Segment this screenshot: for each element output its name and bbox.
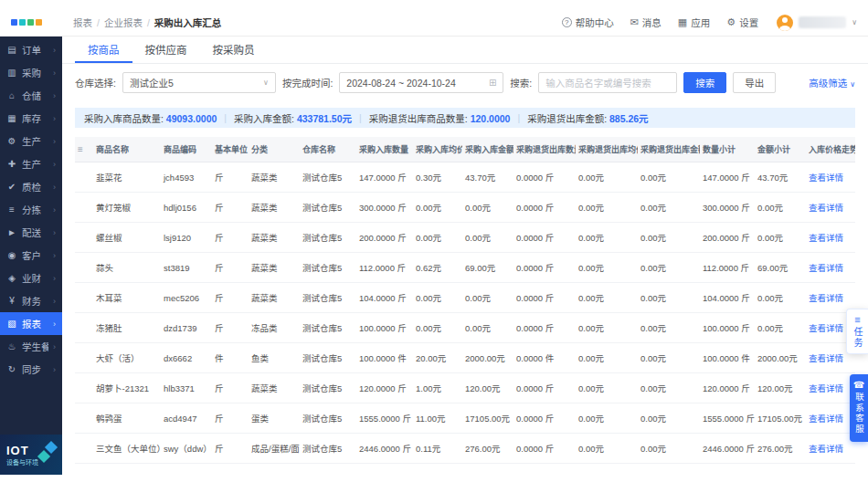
table-cell: 100.0000 件 [700, 343, 755, 373]
logo-mark-orange [36, 19, 42, 26]
table-cell: 69.00元 [755, 253, 806, 283]
table-cell: 0.00元 [755, 313, 806, 343]
summary-divider: | [359, 112, 362, 123]
sidebar-item-delivery[interactable]: ►配送› [0, 221, 62, 244]
table-cell: 螺丝椒 [93, 223, 161, 253]
app-window: 报表/企业报表/采购出入库汇总 ?帮助中心✉消息▦应用⚙设置 ∨ ▤订单›▥采购… [0, 9, 868, 475]
view-detail-link[interactable]: 查看详情 [809, 293, 843, 303]
sidebar-item-reports[interactable]: ▧报表› [0, 312, 62, 335]
view-detail-link[interactable]: 查看详情 [809, 414, 843, 424]
summary-value: 120.0000 [471, 113, 511, 124]
sidebar-item-quality[interactable]: ✔质检› [0, 175, 62, 198]
column-header: 数量小计 [700, 137, 755, 162]
view-detail-link[interactable]: 查看详情 [809, 353, 843, 363]
row-lead-cell [75, 253, 93, 283]
tab-by-buyer[interactable]: 按采购员 [200, 37, 268, 63]
sidebar-item-customers[interactable]: ◉客户› [0, 244, 62, 267]
breadcrumb-item[interactable]: 采购出入库汇总 [154, 16, 222, 29]
column-header: 采购退货出库金额 [638, 137, 700, 162]
sidebar-item-purchase[interactable]: ▥采购› [0, 61, 62, 84]
search-input[interactable] [538, 72, 677, 93]
sidebar-item-student-meal[interactable]: ♨学生餐› [0, 335, 62, 358]
view-detail-link[interactable]: 查看详情 [809, 173, 843, 183]
chevron-down-icon: ∨ [850, 80, 855, 89]
table-cell: lsj9120 [161, 223, 212, 253]
table-cell: 0.00元 [576, 373, 638, 403]
table-cell: 测试仓库5 [300, 343, 356, 373]
table-cell: 测试仓库5 [300, 434, 356, 464]
summary-item: 采购退货出库金额: 885.26元 [527, 111, 648, 125]
topbar-action-messages[interactable]: ✉消息 [630, 16, 662, 29]
sidebar-item-sorting[interactable]: ≡分拣› [0, 198, 62, 221]
table-cell: 0.00元 [462, 223, 513, 253]
sidebar-item-processing[interactable]: ✚生产› [0, 152, 62, 175]
sidebar-item-label: 客户 [22, 248, 41, 262]
sidebar-item-label: 仓储 [22, 89, 41, 102]
chevron-right-icon: › [53, 46, 56, 55]
sidebar-item-label: 报表 [22, 317, 41, 330]
business-finance-icon: ◈ [6, 273, 17, 283]
summary-item: 采购入库金额: 433781.50元 [234, 111, 352, 125]
chevron-right-icon: › [53, 137, 56, 146]
summary-value: 49093.0000 [166, 113, 217, 124]
view-detail-link[interactable]: 查看详情 [809, 444, 843, 454]
table-cell: 200.0000 斤 [356, 223, 413, 253]
row-lead-cell [75, 373, 93, 403]
sidebar-footer-iot[interactable]: IOT 设备与环境 [0, 435, 62, 475]
row-lead-cell [75, 343, 93, 373]
breadcrumb-item[interactable]: 企业报表 [104, 16, 143, 29]
calendar-icon: ⊞ [489, 78, 496, 88]
column-header: 采购入库均价 [413, 137, 462, 162]
customer-icon: ◉ [6, 250, 17, 260]
table-cell: 冻品类 [249, 313, 300, 343]
user-menu[interactable]: ∨ [777, 15, 857, 31]
breadcrumb-item[interactable]: 报表 [73, 16, 92, 29]
table-cell: 木耳菜 [93, 283, 161, 313]
date-label: 按完成时间: [282, 76, 333, 89]
advanced-filter-link[interactable]: 高级筛选 ∨ [809, 76, 855, 89]
app-logo[interactable] [11, 19, 58, 26]
iot-cube-icon [37, 450, 50, 463]
topbar-action-label: 帮助中心 [576, 16, 614, 29]
sidebar-item-finance[interactable]: ¥财务› [0, 289, 62, 312]
table-cell: hlb3371 [161, 373, 212, 403]
view-detail-link[interactable]: 查看详情 [809, 233, 843, 243]
contact-service-button[interactable]: ☎ 联系客服 [850, 374, 868, 442]
table-cell: 黄灯笼椒 [93, 193, 161, 223]
table-cell: 0.00元 [576, 162, 638, 193]
view-detail-link[interactable]: 查看详情 [809, 383, 843, 393]
table-cell: 0.11元 [413, 434, 462, 464]
topbar-action-label: 消息 [642, 16, 662, 29]
topbar-action-help-center[interactable]: ?帮助中心 [562, 16, 614, 29]
table-row: 蒜头st3819斤蔬菜类测试仓库5112.0000 斤0.62元69.00元0.… [75, 253, 855, 283]
main-content: 按商品按供应商按采购员 仓库选择: 测试企业5 ∨ 按完成时间: 2024-08… [62, 37, 868, 475]
message-icon: ✉ [630, 16, 639, 28]
topbar-action-apps[interactable]: ▦应用 [678, 16, 710, 29]
table-cell: 测试仓库5 [300, 253, 356, 283]
sidebar-item-sync[interactable]: ↻同步› [0, 358, 62, 381]
table-cell: 0.30元 [413, 162, 462, 193]
sidebar-item-production[interactable]: ⚙生产› [0, 130, 62, 152]
sidebar-item-warehouse[interactable]: ⌂仓储› [0, 84, 62, 107]
table-cell: 胡萝卜-21321 [93, 373, 161, 403]
date-range-picker[interactable]: 2024-08-24 ~ 2024-10-24 ⊞ [339, 72, 503, 93]
export-button[interactable]: 导出 [733, 72, 776, 93]
table-cell: 0.00元 [576, 313, 638, 343]
view-detail-link[interactable]: 查看详情 [809, 263, 843, 273]
task-float-button[interactable]: ≡ 任务 [846, 309, 868, 354]
search-button[interactable]: 搜索 [683, 72, 726, 93]
table-header-row: ≡商品名称商品编码基本单位分类仓库名称采购入库数量采购入库均价采购入库金额采购退… [75, 137, 855, 162]
sidebar-item-inventory[interactable]: ▦库存› [0, 107, 62, 130]
warehouse-select[interactable]: 测试企业5 ∨ [122, 72, 276, 93]
sidebar-item-orders[interactable]: ▤订单› [0, 38, 62, 61]
view-detail-link[interactable]: 查看详情 [809, 203, 843, 213]
table-cell: 0.00元 [755, 193, 806, 223]
topbar-action-settings[interactable]: ⚙设置 [726, 16, 758, 29]
help-icon: ? [562, 17, 572, 27]
sidebar-item-business-finance[interactable]: ◈业财› [0, 267, 62, 289]
column-settings-icon[interactable]: ≡ [75, 137, 93, 162]
table-cell: 1.00元 [413, 373, 462, 403]
tab-by-product[interactable]: 按商品 [75, 37, 132, 63]
view-detail-link[interactable]: 查看详情 [809, 323, 843, 333]
tab-by-supplier[interactable]: 按供应商 [132, 37, 200, 63]
